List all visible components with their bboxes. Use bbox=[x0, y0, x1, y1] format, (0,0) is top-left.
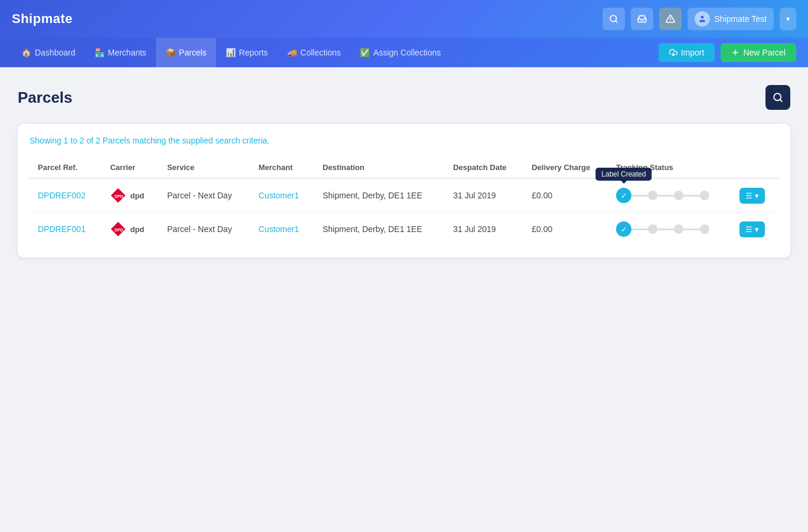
parcels-table: Parcel Ref. Carrier Service Merchant Des… bbox=[30, 157, 778, 246]
logo: Shipmate bbox=[12, 11, 73, 27]
page-header: Parcels bbox=[18, 85, 790, 110]
cell-action: ☰ ▾ bbox=[731, 178, 778, 213]
search-results-text: Showing 1 to 2 of 2 Parcels matching the… bbox=[30, 136, 778, 145]
track-dot-3 bbox=[700, 224, 709, 234]
track-line-2 bbox=[657, 195, 674, 197]
track-dot-2 bbox=[674, 224, 683, 234]
svg-line-9 bbox=[780, 99, 781, 101]
dpd-diamond-icon: DPD bbox=[110, 187, 126, 204]
page-search-button[interactable] bbox=[765, 85, 790, 110]
col-actions bbox=[731, 157, 778, 178]
dpd-diamond-icon: DPD bbox=[110, 221, 126, 237]
track-check-icon: ✓ bbox=[616, 188, 631, 203]
merchant-link[interactable]: Customer1 bbox=[259, 224, 299, 234]
table-row: DPDREF002 DPD dpd Parcel - Next Day bbox=[30, 178, 778, 213]
top-bar: Shipmate Shipmate Test ▾ bbox=[0, 0, 808, 38]
nav-merchants-label: Merchants bbox=[108, 48, 146, 57]
cell-merchant: Customer1 bbox=[250, 213, 314, 246]
sidebar-item-dashboard[interactable]: 🏠 Dashboard bbox=[12, 38, 85, 67]
cell-despatch-date: 31 Jul 2019 bbox=[445, 213, 523, 246]
cell-service: Parcel - Next Day bbox=[159, 178, 250, 213]
parcels-card: Showing 1 to 2 of 2 Parcels matching the… bbox=[18, 124, 790, 257]
carrier-name: dpd bbox=[130, 191, 144, 200]
cell-parcel-ref: DPDREF002 bbox=[30, 178, 102, 213]
nav-parcels-label: Parcels bbox=[179, 48, 207, 57]
parcel-ref-link[interactable]: DPDREF002 bbox=[38, 191, 86, 200]
parcels-icon: 📦 bbox=[165, 48, 175, 57]
merchant-link[interactable]: Customer1 bbox=[259, 191, 299, 200]
cell-parcel-ref: DPDREF001 bbox=[30, 213, 102, 246]
cell-delivery-charge: £0.00 bbox=[523, 178, 608, 213]
assign-icon: ✅ bbox=[360, 48, 370, 57]
cell-tracking-status: Label Created ✓ bbox=[608, 178, 731, 213]
cell-destination: Shipment, Derby, DE1 1EE bbox=[314, 178, 445, 213]
cell-tracking-status: ✓ bbox=[608, 213, 731, 246]
user-name-label: Shipmate Test bbox=[715, 14, 767, 24]
svg-text:DPD: DPD bbox=[115, 194, 123, 198]
track-line-3 bbox=[683, 229, 700, 230]
sidebar-item-reports[interactable]: 📊 Reports bbox=[216, 38, 278, 67]
cell-delivery-charge: £0.00 bbox=[523, 213, 608, 246]
nav-reports-label: Reports bbox=[239, 48, 268, 57]
tracking-tooltip: Label Created bbox=[595, 168, 651, 181]
cell-destination: Shipment, Derby, DE1 1EE bbox=[314, 213, 445, 246]
user-dropdown-button[interactable]: ▾ bbox=[780, 8, 796, 30]
col-service: Service bbox=[159, 157, 250, 178]
user-avatar bbox=[695, 11, 710, 27]
nav-items: 🏠 Dashboard 🏪 Merchants 📦 Parcels 📊 Repo… bbox=[12, 38, 659, 67]
track-dot-1 bbox=[648, 191, 657, 200]
sidebar-item-assign-collections[interactable]: ✅ Assign Collections bbox=[350, 38, 450, 67]
cell-carrier: DPD dpd bbox=[102, 178, 158, 213]
tooltip-wrapper: Label Created ✓ bbox=[616, 188, 631, 203]
track-line-1 bbox=[631, 195, 648, 197]
tracking-progress: ✓ bbox=[616, 221, 723, 237]
track-line-3 bbox=[683, 195, 700, 197]
col-carrier: Carrier bbox=[102, 157, 158, 178]
user-menu-button[interactable]: Shipmate Test bbox=[688, 8, 774, 30]
track-dot-3 bbox=[700, 191, 709, 200]
svg-point-4 bbox=[701, 16, 703, 19]
cell-service: Parcel - Next Day bbox=[159, 213, 250, 246]
cell-carrier: DPD dpd bbox=[102, 213, 158, 246]
home-icon: 🏠 bbox=[21, 48, 31, 57]
sidebar-item-parcels[interactable]: 📦 Parcels bbox=[156, 38, 216, 67]
import-button[interactable]: Import bbox=[659, 43, 715, 62]
parcel-ref-link[interactable]: DPDREF001 bbox=[38, 224, 86, 234]
track-check-icon: ✓ bbox=[616, 221, 631, 237]
secondary-nav: 🏠 Dashboard 🏪 Merchants 📦 Parcels 📊 Repo… bbox=[0, 38, 808, 67]
table-header-row: Parcel Ref. Carrier Service Merchant Des… bbox=[30, 157, 778, 178]
nav-dashboard-label: Dashboard bbox=[35, 48, 76, 57]
page-title: Parcels bbox=[18, 89, 73, 107]
top-bar-right: Shipmate Test ▾ bbox=[602, 8, 796, 30]
new-parcel-label: New Parcel bbox=[743, 48, 786, 57]
carrier-logo: DPD dpd bbox=[110, 187, 150, 204]
col-parcel-ref: Parcel Ref. bbox=[30, 157, 102, 178]
search-icon-button[interactable] bbox=[602, 8, 625, 30]
inbox-icon-button[interactable] bbox=[631, 8, 653, 30]
tracking-progress: Label Created ✓ bbox=[616, 188, 723, 203]
page-content: Parcels Showing 1 to 2 of 2 Parcels matc… bbox=[0, 67, 808, 275]
row-action-button[interactable]: ☰ ▾ bbox=[739, 221, 765, 237]
import-label: Import bbox=[681, 48, 705, 57]
new-parcel-button[interactable]: New Parcel bbox=[721, 43, 796, 62]
nav-actions: Import New Parcel bbox=[659, 43, 796, 62]
col-despatch-date: Despatch Date bbox=[445, 157, 523, 178]
svg-line-1 bbox=[615, 21, 617, 22]
merchants-icon: 🏪 bbox=[95, 48, 105, 57]
alert-icon-button[interactable] bbox=[659, 8, 682, 30]
nav-collections-label: Collections bbox=[301, 48, 341, 57]
action-dropdown-arrow: ▾ bbox=[755, 191, 759, 200]
sidebar-item-merchants[interactable]: 🏪 Merchants bbox=[85, 38, 156, 67]
cell-action: ☰ ▾ bbox=[731, 213, 778, 246]
cell-merchant: Customer1 bbox=[250, 178, 314, 213]
carrier-logo: DPD dpd bbox=[110, 221, 150, 237]
track-dot-1 bbox=[648, 224, 657, 234]
action-icon: ☰ bbox=[745, 225, 752, 234]
carrier-name: dpd bbox=[130, 225, 144, 234]
sidebar-item-collections[interactable]: 🚚 Collections bbox=[278, 38, 350, 67]
svg-text:DPD: DPD bbox=[115, 228, 123, 232]
track-line-2 bbox=[657, 229, 674, 230]
row-action-button[interactable]: ☰ ▾ bbox=[739, 188, 765, 204]
table-row: DPDREF001 DPD dpd Parcel - Next Day bbox=[30, 213, 778, 246]
nav-assign-label: Assign Collections bbox=[373, 48, 441, 57]
